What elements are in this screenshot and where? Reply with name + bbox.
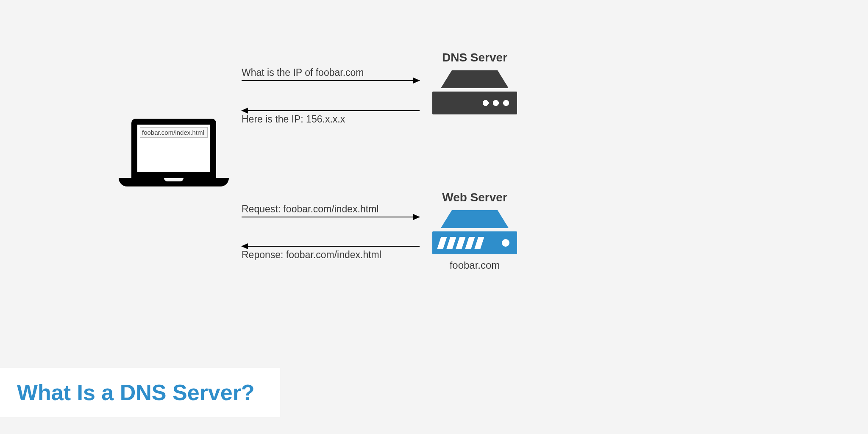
arrow-response: Reponse: foobar.com/index.html [242, 246, 420, 261]
arrow-right-icon [242, 217, 420, 217]
arrow-query-ip: What is the IP of foobar.com [242, 67, 420, 81]
dns-server: DNS Server [432, 51, 517, 114]
page-title: What Is a DNS Server? [17, 380, 255, 405]
server-top-icon [441, 70, 509, 88]
arrow-label: What is the IP of foobar.com [242, 67, 420, 78]
arrow-label: Request: foobar.com/index.html [242, 203, 420, 215]
arrow-left-icon [242, 110, 420, 111]
laptop-screen: foobar.com/index.html [131, 119, 216, 178]
web-server-label: Web Server [432, 191, 517, 204]
laptop-icon: foobar.com/index.html [119, 119, 229, 186]
server-body-icon [432, 92, 517, 114]
arrow-label: Reponse: foobar.com/index.html [242, 249, 420, 261]
arrow-label: Here is the IP: 156.x.x.x [242, 114, 420, 125]
server-body-icon [432, 231, 517, 254]
dns-server-label: DNS Server [432, 51, 517, 64]
arrow-request: Request: foobar.com/index.html [242, 203, 420, 217]
title-bar: What Is a DNS Server? [0, 368, 280, 417]
arrow-left-icon [242, 246, 420, 247]
arrow-right-icon [242, 80, 420, 81]
web-server: Web Server foobar.com [432, 191, 517, 271]
laptop-url-bar: foobar.com/index.html [140, 127, 208, 138]
laptop-base [119, 178, 229, 186]
arrow-answer-ip: Here is the IP: 156.x.x.x [242, 110, 420, 125]
web-server-domain: foobar.com [432, 259, 517, 271]
server-top-icon [441, 210, 509, 228]
dns-diagram: foobar.com/index.html DNS Server Web Ser… [0, 0, 868, 434]
